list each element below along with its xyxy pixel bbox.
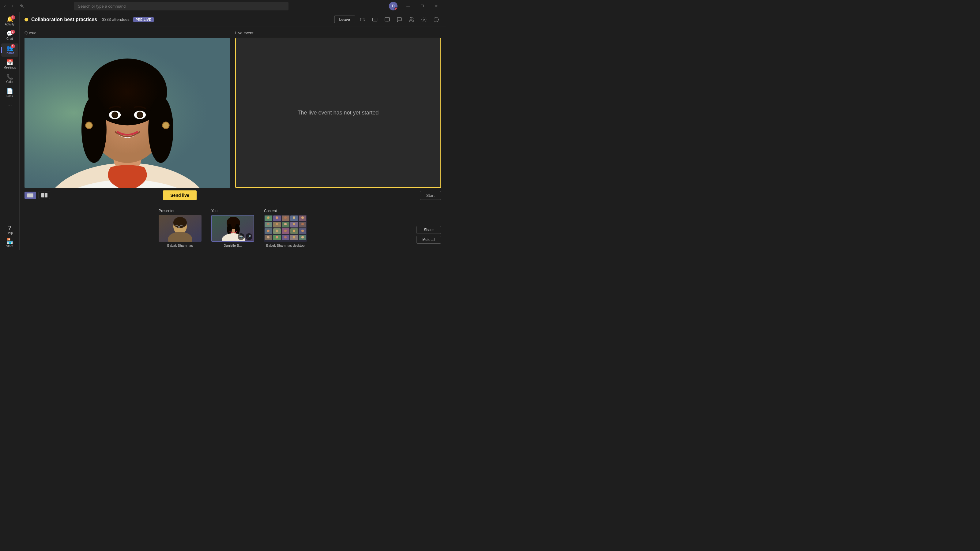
mute-all-button[interactable]: Mute all <box>417 236 441 244</box>
send-live-button[interactable]: Send live <box>163 191 196 200</box>
svg-point-81 <box>293 236 295 238</box>
activity-badge: 2 <box>11 15 15 20</box>
participants-icon-button[interactable] <box>407 15 417 24</box>
svg-point-67 <box>275 230 278 232</box>
content-thumb[interactable] <box>264 215 307 242</box>
title-bar-right: D — ☐ ✕ <box>389 1 444 11</box>
presenter-group: Presenter <box>159 209 202 247</box>
app-body: 🔔 2 Activity 💬 1 Chat 👥 1 Teams 📅 Meetin… <box>0 12 446 250</box>
you-controls: 📷 🎤 <box>238 233 252 240</box>
content-group: Content <box>264 209 307 247</box>
event-status-indicator <box>24 18 28 21</box>
layout-split-button[interactable] <box>38 192 50 199</box>
compose-button[interactable]: ✎ <box>20 3 24 9</box>
sidebar-label-store: Store <box>6 245 13 248</box>
header-right: Leave <box>334 15 441 24</box>
sidebar-label-calls: Calls <box>6 80 13 84</box>
svg-point-63 <box>301 223 304 225</box>
chat-badge: 1 <box>11 30 15 34</box>
captions-icon-button[interactable] <box>370 15 380 24</box>
mic-toggle-button[interactable]: 🎤 <box>246 233 252 240</box>
sidebar-item-teams[interactable]: 👥 1 Teams <box>1 43 18 57</box>
layout-single-button[interactable] <box>24 192 36 199</box>
share-button[interactable]: Share <box>417 226 441 234</box>
chat-icon-button[interactable] <box>395 15 404 24</box>
svg-point-75 <box>267 236 269 238</box>
you-group: You <box>211 209 254 247</box>
svg-rect-2 <box>373 18 377 21</box>
svg-point-22 <box>86 122 92 129</box>
attendees-count: 3333 attendees <box>102 17 130 22</box>
sidebar-item-calls[interactable]: 📞 Calls <box>1 72 18 86</box>
whiteboard-icon-button[interactable] <box>382 15 392 24</box>
sidebar-item-store[interactable]: 🏪 Store <box>1 237 18 250</box>
more-icon: ··· <box>7 103 12 108</box>
close-button[interactable]: ✕ <box>430 1 444 11</box>
queue-video-inner <box>24 38 230 188</box>
stage-top: Queue <box>24 30 441 188</box>
sidebar-item-meetings[interactable]: 📅 Meetings <box>1 58 18 71</box>
svg-point-21 <box>148 96 173 163</box>
svg-rect-0 <box>360 18 364 21</box>
svg-point-59 <box>284 223 286 225</box>
sidebar-item-files[interactable]: 📄 Files <box>1 87 18 100</box>
search-bar[interactable] <box>74 2 288 10</box>
svg-point-25 <box>111 111 118 118</box>
camera-icon-button[interactable] <box>358 15 368 24</box>
leave-button[interactable]: Leave <box>334 16 355 23</box>
sidebar-item-activity[interactable]: 🔔 2 Activity <box>1 15 18 28</box>
nav-controls: ‹ › ✎ <box>2 2 24 10</box>
settings-icon-button[interactable] <box>419 15 429 24</box>
live-placeholder-text: The live event has not yet started <box>298 110 379 116</box>
live-panel: Live event The live event has not yet st… <box>235 30 441 188</box>
you-thumb[interactable]: 📷 🎤 <box>211 215 254 242</box>
sidebar-item-more[interactable]: ··· <box>1 101 18 110</box>
help-icon: ? <box>8 225 11 231</box>
stage-area: Queue <box>20 27 446 206</box>
back-button[interactable]: ‹ <box>2 2 8 10</box>
presenter-thumb[interactable] <box>159 215 202 242</box>
info-icon-button[interactable] <box>431 15 441 24</box>
teams-badge: 1 <box>11 44 15 48</box>
svg-point-9 <box>423 19 425 20</box>
search-input[interactable] <box>78 4 285 9</box>
sidebar-item-chat[interactable]: 💬 1 Chat <box>1 29 18 42</box>
maximize-button[interactable]: ☐ <box>415 1 430 11</box>
svg-point-23 <box>162 122 169 129</box>
meetings-icon: 📅 <box>6 60 13 65</box>
files-icon: 📄 <box>6 89 13 94</box>
svg-point-69 <box>284 230 286 232</box>
avatar[interactable]: D <box>389 2 398 10</box>
sidebar-label-files: Files <box>6 95 13 98</box>
minimize-button[interactable]: — <box>401 1 415 11</box>
svg-point-27 <box>137 111 143 118</box>
svg-point-47 <box>275 216 278 219</box>
sidebar-label-meetings: Meetings <box>3 66 16 69</box>
presenter-label: Presenter <box>159 209 175 213</box>
sidebar-item-help[interactable]: ? Help <box>1 224 18 237</box>
layout-split-icon <box>41 193 48 197</box>
svg-point-73 <box>301 230 304 232</box>
content-label: Content <box>264 209 277 213</box>
svg-point-83 <box>301 236 304 238</box>
forward-button[interactable]: › <box>10 2 15 10</box>
svg-point-40 <box>227 224 232 235</box>
participants-bar: Presenter <box>20 206 446 250</box>
sidebar-label-help: Help <box>6 232 13 235</box>
main-content: Collaboration best practices 3333 attend… <box>20 12 446 250</box>
sidebar: 🔔 2 Activity 💬 1 Chat 👥 1 Teams 📅 Meetin… <box>0 12 20 250</box>
sidebar-label-activity: Activity <box>5 23 15 26</box>
svg-point-51 <box>293 216 295 219</box>
chat-icon: 💬 1 <box>6 31 13 37</box>
svg-point-55 <box>267 223 269 225</box>
event-header: Collaboration best practices 3333 attend… <box>20 12 446 27</box>
video-toggle-button[interactable]: 📷 <box>238 233 244 240</box>
svg-point-49 <box>284 216 286 219</box>
title-bar: ‹ › ✎ D — ☐ ✕ <box>0 0 446 12</box>
split-cell-right <box>45 193 48 197</box>
live-event-label: Live event <box>235 30 441 35</box>
sidebar-label-chat: Chat <box>6 37 13 40</box>
controls-bar: Send live Start <box>24 188 441 203</box>
svg-point-61 <box>293 223 295 225</box>
start-button[interactable]: Start <box>420 191 441 200</box>
